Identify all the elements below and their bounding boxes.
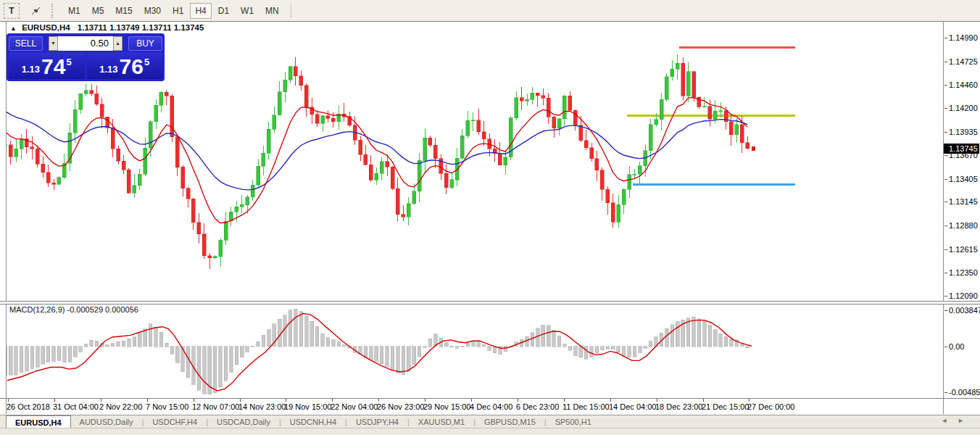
chart-tab-xauusd-m1[interactable]: XAUUSD,M1 — [410, 415, 473, 428]
chart-tab-audusd-daily[interactable]: AUDUSD,Daily — [71, 415, 142, 428]
price-tick-label: 1.14725 — [949, 57, 978, 66]
time-tick-label: 26 Nov 23:00 — [377, 402, 424, 411]
chart-ohlc-values: 1.13711 1.13749 1.13711 1.13745 — [78, 23, 204, 32]
time-tick-label: 12 Nov 07:00 — [192, 402, 239, 411]
mt4-window: { "toolbar": { "text_tool_label": "T", "… — [0, 0, 980, 435]
chart-tab-eurusd-h4[interactable]: EURUSD,H4 — [6, 415, 71, 428]
buy-price-quote[interactable]: 1.13 76 5 — [87, 52, 163, 79]
chart-tab-bar: EURUSD,H4AUDUSD,Daily|USDCHF,H4|USDCAD,D… — [0, 415, 980, 428]
chart-tab-usdjpy-h4[interactable]: USDJPY,H4 — [347, 415, 407, 428]
tab-scroll-arrows[interactable]: ◄► — [941, 417, 974, 424]
timeframe-button-m1[interactable]: M1 — [63, 3, 86, 19]
price-axis[interactable]: 1.149901.147251.144601.142001.139351.136… — [944, 22, 980, 414]
macd-tick-label: 0.00 — [949, 342, 964, 351]
time-tick-label: 2 Nov 22:00 — [99, 402, 142, 411]
time-tick-label: 29 Nov 15:00 — [423, 402, 470, 411]
price-tick-label: 1.12090 — [949, 291, 978, 300]
time-tick-label: 14 Nov 23:00 — [238, 402, 286, 411]
time-tick-label: 14 Dec 04:00 — [609, 402, 656, 411]
cursor-arrows-button[interactable]: ▾ — [28, 3, 43, 19]
text-tool-button[interactable]: T — [4, 3, 20, 19]
arrows-icon — [30, 6, 41, 16]
chart-symbol-label: EURUSD,H4 — [22, 23, 70, 32]
toolbar-separator — [291, 4, 291, 18]
buy-price-prefix: 1.13 — [99, 64, 117, 75]
macd-tick-label: 0.003847 — [949, 306, 980, 315]
timeframe-button-h4[interactable]: H4 — [190, 3, 211, 19]
timeframe-group: M1M5M15M30H1H4D1W1MN — [62, 3, 285, 19]
chart-tab-usdchf-h4[interactable]: USDCHF,H4 — [144, 415, 206, 428]
time-tick-label: 7 Nov 15:00 — [146, 402, 188, 411]
time-tick-label: 26 Oct 2018 — [7, 402, 50, 411]
price-tick-label: 1.14200 — [949, 104, 978, 112]
time-tick-label: 31 Oct 04:00 — [53, 402, 99, 411]
price-tick-label: 1.12350 — [949, 268, 978, 277]
chart-tab-usdcad-daily[interactable]: USDCAD,Daily — [208, 415, 279, 428]
time-axis[interactable]: 26 Oct 201831 Oct 04:002 Nov 22:007 Nov … — [7, 399, 943, 414]
symbol-arrow-icon: ▲ — [10, 25, 17, 32]
sell-button[interactable]: SELL — [9, 36, 43, 51]
one-click-trade-panel: SELL ▼ ▲ BUY 1.13 74 5 1.13 76 5 — [7, 33, 165, 81]
time-tick-label: 4 Dec 04:00 — [470, 402, 512, 411]
timeframe-button-mn[interactable]: MN — [260, 3, 284, 19]
chart-tab-sp500-h1[interactable]: SP500,H1 — [547, 415, 600, 428]
sell-price-prefix: 1.13 — [22, 64, 40, 75]
price-tick-label: 1.14990 — [949, 33, 978, 42]
time-tick-label: 19 Nov 15:00 — [284, 402, 331, 411]
volume-decrease-button[interactable]: ▼ — [49, 36, 58, 51]
sell-price-quote[interactable]: 1.13 74 5 — [9, 52, 85, 79]
volume-increase-button[interactable]: ▲ — [113, 36, 122, 51]
macd-label: MACD(12,26,9) -0.000529 0.000056 — [9, 305, 138, 314]
scroll-left-icon[interactable]: ◄ — [941, 417, 958, 424]
chart-title: ▲ EURUSD,H4 1.13711 1.13749 1.13711 1.13… — [10, 23, 204, 32]
toolbar: T ▾ M1M5M15M30H1H4D1W1MN — [0, 0, 980, 22]
buy-price-pip: 5 — [144, 57, 149, 67]
time-tick-label: 22 Nov 04:00 — [331, 402, 378, 411]
timeframe-button-h1[interactable]: H1 — [167, 3, 188, 19]
buy-price-big: 76 — [120, 56, 144, 78]
price-tick-label: 1.14460 — [949, 80, 978, 89]
toolbar-grip[interactable] — [51, 4, 58, 18]
time-tick-label: 27 Dec 00:00 — [747, 402, 794, 411]
price-tick-label: 1.13405 — [949, 175, 978, 183]
macd-indicator-pane[interactable] — [7, 304, 943, 398]
sell-price-big: 74 — [41, 56, 65, 78]
price-tick-label: 1.13145 — [949, 197, 978, 206]
time-tick-label: 6 Dec 23:00 — [516, 402, 559, 411]
timeframe-button-m5[interactable]: M5 — [87, 3, 109, 19]
sell-price-pip: 5 — [66, 57, 71, 67]
buy-button[interactable]: BUY — [128, 36, 162, 51]
time-tick-label: 18 Dec 23:00 — [655, 402, 702, 411]
price-tick-label: 1.13935 — [949, 128, 978, 136]
timeframe-button-w1[interactable]: W1 — [236, 3, 259, 19]
status-strip — [0, 428, 980, 435]
price-tick-label: 1.12615 — [949, 245, 978, 254]
price-tick-label: 1.12880 — [949, 221, 978, 230]
time-tick-label: 11 Dec 15:00 — [562, 402, 610, 411]
timeframe-button-m15[interactable]: M15 — [110, 3, 137, 19]
current-price-badge: 1.13745 — [944, 144, 979, 154]
time-tick-label: 21 Dec 15:00 — [702, 402, 749, 411]
chart-tab-gbpusd-m15[interactable]: GBPUSD,M15 — [476, 415, 544, 428]
macd-tick-label: -0.004856 — [949, 388, 980, 397]
timeframe-button-m30[interactable]: M30 — [139, 3, 166, 19]
timeframe-button-d1[interactable]: D1 — [213, 3, 234, 19]
volume-input[interactable] — [58, 36, 113, 51]
scroll-right-icon[interactable]: ► — [958, 417, 974, 424]
chart-tab-usdcnh-h4[interactable]: USDCNH,H4 — [281, 415, 345, 428]
